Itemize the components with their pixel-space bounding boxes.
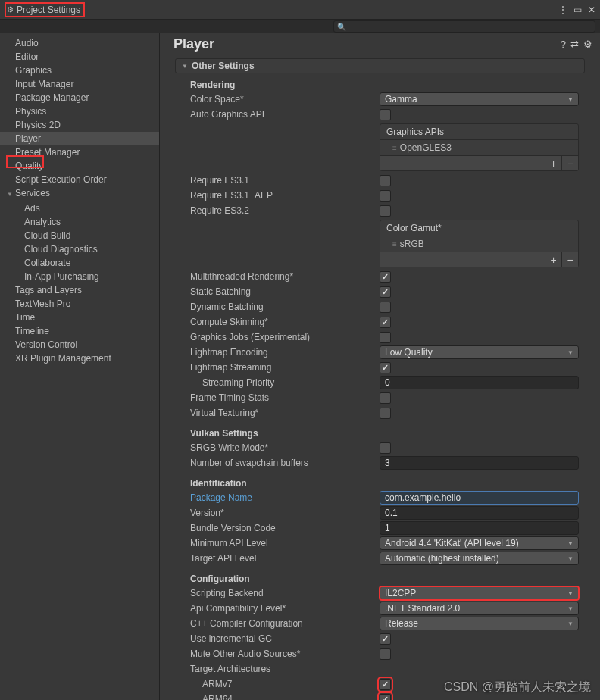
popout-icon[interactable]: ▭ (573, 5, 582, 15)
sidebar-item-editor[interactable]: Editor (0, 50, 159, 64)
swapchain-label: Number of swapchain buffers (190, 458, 380, 468)
window-controls: ⋮ ▭ ✕ (558, 5, 595, 15)
graphics-api-item[interactable]: ≡OpenGLES3 (380, 140, 578, 155)
sidebar-item-cloud-build[interactable]: Cloud Build (0, 229, 159, 242)
title-bar: ⚙ Project Settings ⋮ ▭ ✕ (0, 0, 600, 20)
req-es31aep-checkbox[interactable] (380, 190, 391, 202)
req-es31-checkbox[interactable] (380, 175, 391, 186)
api-compat-label: Api Compatibility Level* (190, 603, 380, 614)
remove-button[interactable]: − (561, 156, 578, 170)
graphics-jobs-label: Graphics Jobs (Experimental) (190, 332, 380, 342)
multithreaded-label: Multithreaded Rendering* (190, 271, 380, 282)
multithreaded-checkbox[interactable] (380, 271, 391, 283)
req-es32-label: Require ES3.2 (190, 205, 380, 216)
arm64-checkbox[interactable] (380, 694, 391, 701)
sidebar-item-ads[interactable]: Ads (0, 202, 159, 215)
vulkan-header: Vulkan Settings (175, 425, 579, 440)
add-button[interactable]: + (545, 156, 561, 170)
settings-icon[interactable]: ⚙ (583, 39, 592, 50)
content-panel: Player ? ⇄ ⚙ ▼ Other Settings Rendering … (159, 33, 600, 700)
other-settings-foldout[interactable]: ▼ Other Settings (175, 58, 585, 73)
gear-icon: ⚙ (7, 5, 14, 14)
help-icon[interactable]: ? (561, 39, 566, 50)
mute-audio-checkbox[interactable] (380, 648, 391, 660)
sidebar-item-collaborate[interactable]: Collaborate (0, 256, 159, 270)
sidebar-item-analytics[interactable]: Analytics (0, 215, 159, 229)
package-name-input[interactable] (380, 491, 579, 505)
swapchain-input[interactable]: 3 (380, 456, 579, 470)
lightmap-stream-label: Lightmap Streaming (190, 362, 380, 373)
sidebar-item-iap[interactable]: In-App Purchasing (0, 270, 159, 283)
virtual-tex-checkbox[interactable] (380, 408, 391, 419)
remove-button[interactable]: − (561, 252, 578, 267)
graphics-apis-list: Graphics APIs ≡OpenGLES3 +− (380, 123, 579, 171)
color-space-label: Color Space* (190, 94, 380, 105)
color-gamut-item[interactable]: ≡sRGB (380, 236, 578, 252)
sidebar-item-preset-manager[interactable]: Preset Manager (0, 145, 159, 159)
mute-audio-label: Mute Other Audio Sources* (190, 648, 380, 659)
srgb-checkbox[interactable] (380, 442, 391, 454)
drag-handle-icon[interactable]: ≡ (392, 144, 395, 152)
window-title: Project Settings (17, 5, 80, 15)
sidebar-item-services[interactable]: ▼Services (0, 186, 159, 202)
sidebar-item-graphics[interactable]: Graphics (0, 64, 159, 77)
armv7-checkbox[interactable] (380, 679, 391, 690)
preset-icon[interactable]: ⇄ (570, 39, 579, 50)
page-title: Player (173, 36, 214, 52)
auto-graphics-checkbox[interactable] (380, 109, 391, 120)
api-compat-dropdown[interactable]: .NET Standard 2.0▼ (380, 602, 579, 615)
target-api-dropdown[interactable]: Automatic (highest installed)▼ (380, 552, 579, 565)
frame-timing-label: Frame Timing Stats (190, 392, 380, 403)
sidebar-item-player[interactable]: Player (0, 132, 159, 145)
sidebar-item-physics[interactable]: Physics (0, 105, 159, 118)
search-icon: 🔍 (337, 23, 346, 31)
cpp-config-dropdown[interactable]: Release▼ (380, 617, 579, 630)
add-button[interactable]: + (545, 252, 561, 267)
sidebar: Audio Editor Graphics Input Manager Pack… (0, 33, 159, 700)
lightmap-enc-dropdown[interactable]: Low Quality▼ (380, 345, 579, 359)
sidebar-item-cloud-diagnostics[interactable]: Cloud Diagnostics (0, 242, 159, 256)
sidebar-item-xr-plugin[interactable]: XR Plugin Management (0, 352, 159, 365)
chevron-down-icon: ▼ (182, 63, 188, 70)
color-space-dropdown[interactable]: Gamma▼ (380, 92, 579, 106)
search-input[interactable]: 🔍 (333, 20, 595, 33)
graphics-jobs-checkbox[interactable] (380, 332, 391, 343)
dynamic-batch-checkbox[interactable] (380, 302, 391, 313)
menu-icon[interactable]: ⋮ (558, 5, 567, 15)
req-es31-label: Require ES3.1 (190, 175, 380, 186)
scripting-label: Scripting Backend (190, 588, 380, 598)
sidebar-item-audio[interactable]: Audio (0, 36, 159, 50)
stream-priority-input[interactable]: 0 (380, 376, 579, 389)
compute-skin-checkbox[interactable] (380, 317, 391, 328)
req-es32-checkbox[interactable] (380, 205, 391, 217)
frame-timing-checkbox[interactable] (380, 392, 391, 404)
color-gamut-header: Color Gamut* (380, 220, 578, 236)
static-batch-label: Static Batching (190, 286, 380, 297)
static-batch-checkbox[interactable] (380, 286, 391, 298)
srgb-label: SRGB Write Mode* (190, 442, 380, 453)
package-name-label: Package Name (190, 492, 380, 503)
scripting-backend-dropdown[interactable]: IL2CPP▼ (380, 586, 579, 600)
dynamic-batch-label: Dynamic Batching (190, 302, 380, 312)
close-icon[interactable]: ✕ (588, 5, 595, 15)
bundle-input[interactable]: 1 (380, 521, 579, 535)
sidebar-item-time[interactable]: Time (0, 311, 159, 324)
color-gamut-list: Color Gamut* ≡sRGB +− (380, 220, 579, 267)
sidebar-item-tags-layers[interactable]: Tags and Layers (0, 283, 159, 297)
sidebar-item-package-manager[interactable]: Package Manager (0, 91, 159, 105)
sidebar-item-quality[interactable]: Quality (0, 159, 159, 173)
sidebar-item-textmesh-pro[interactable]: TextMesh Pro (0, 297, 159, 311)
drag-handle-icon[interactable]: ≡ (392, 240, 395, 248)
incremental-gc-checkbox[interactable] (380, 633, 391, 645)
sidebar-item-input-manager[interactable]: Input Manager (0, 77, 159, 91)
sidebar-item-physics2d[interactable]: Physics 2D (0, 118, 159, 132)
sidebar-item-timeline[interactable]: Timeline (0, 324, 159, 338)
sidebar-item-version-control[interactable]: Version Control (0, 338, 159, 352)
min-api-dropdown[interactable]: Android 4.4 'KitKat' (API level 19)▼ (380, 536, 579, 550)
lightmap-stream-checkbox[interactable] (380, 362, 391, 373)
incremental-gc-label: Use incremental GC (190, 633, 380, 644)
rendering-header: Rendering (175, 77, 579, 92)
sidebar-item-script-execution-order[interactable]: Script Execution Order (0, 173, 159, 186)
version-input[interactable]: 0.1 (380, 506, 579, 520)
watermark: CSDN @勇踏前人未索之境 (444, 680, 591, 695)
